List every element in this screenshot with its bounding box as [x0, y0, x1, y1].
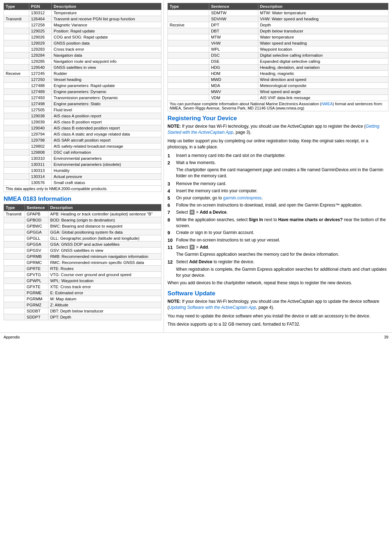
table-row: 129025Position: Rapid update: [4, 28, 161, 34]
table-row: VDMAIS VHF data-link message: [168, 95, 388, 101]
table-row: TransmitGPAPBAPB: Heading or track contr…: [4, 211, 161, 217]
step-7: 7 Select + > Add a Device.: [167, 209, 388, 216]
table-row: MDAMeteorological composite: [168, 83, 388, 89]
nmea0183-table: Type Sentence Description TransmitGPAPBA…: [4, 204, 161, 320]
table-row: 129540GNSS satellites in view: [4, 65, 161, 71]
col-pgn-header: PGN: [29, 3, 52, 10]
software-para2: This device supports up to a 32 GB memor…: [167, 321, 388, 327]
register-note-para: NOTE: If your device has Wi-Fi technolog…: [167, 123, 388, 136]
plus-icon-11: +: [190, 245, 195, 250]
step-3: 3 Remove the memory card.: [167, 181, 388, 187]
table-row: ReceiveDPTDepth: [168, 22, 388, 28]
register-closing: When you add devices to the chartplotter…: [167, 280, 388, 286]
col-type-header2: Type: [4, 204, 25, 211]
table-row: 129794AIS class A static and voyage rela…: [4, 131, 161, 137]
table-row: 129285Navigation route and waypoint info: [4, 58, 161, 65]
table-row: 130310Environmental parameters: [4, 156, 161, 162]
col-sentence-header3: Sentence: [209, 3, 258, 10]
note-label: NOTE:: [167, 124, 181, 129]
table-row: GPGLLGLL: Geographic position (latitude …: [4, 235, 161, 241]
table-row: 129808DSC call information: [4, 149, 161, 156]
table-row: 129039AIS class B position report: [4, 119, 161, 125]
table-row: HDMHeading, magnetic: [168, 71, 388, 77]
table-row: 129284Navigation data: [4, 52, 161, 58]
table-row: DSEExpanded digital selective calling: [168, 58, 388, 65]
steps-container: 1 Insert a memory card into the card slo…: [167, 153, 388, 279]
step-11-sub: The Garmin Express application searches …: [176, 251, 388, 258]
software-note-para: NOTE: If your device has Wi-Fi technolog…: [167, 299, 388, 311]
col-type-header3: Type: [168, 3, 209, 10]
garmin-link[interactable]: garmin.com/express: [223, 195, 262, 200]
table-row: SDMTWMTW: Water temperature: [168, 10, 388, 16]
step-2-sub: The chartplotter opens the card manageme…: [176, 167, 388, 179]
table-row: Transmit126464Transmit and receive PGN l…: [4, 16, 161, 22]
col-desc-header2: Description: [48, 204, 161, 211]
table-row: MWVWind speed and angle: [168, 89, 388, 95]
software-heading: Software Update: [167, 290, 388, 297]
step-2: 2 Wait a few moments.: [167, 160, 388, 166]
table-row: 130576Small craft status: [4, 180, 161, 186]
col-desc-header: Description: [52, 3, 161, 10]
step-8: 8 While the application searches, select…: [167, 217, 388, 229]
table-row: MTWWater temperature: [168, 34, 388, 40]
page-footer: Appendix 39: [0, 332, 392, 341]
table-row: PGRMEE: Estimated error: [4, 290, 161, 296]
table-row: GPGSVGSV: GNSS satellites in view: [4, 248, 161, 254]
register-note-suffix: , page 3).: [233, 130, 252, 135]
table-row: 127505Fluid level: [4, 107, 161, 113]
step-6: 6 Follow the on-screen instructions to d…: [167, 202, 388, 209]
table-row: WPLWaypoint location: [168, 46, 388, 52]
step-12-sub: When registration is complete, the Garmi…: [176, 266, 388, 279]
table1-note: This data applies only to NMEA 2000-comp…: [4, 186, 161, 192]
table-row: 127250Vessel heading: [4, 77, 161, 83]
table-row: 127488Engine parameters: Rapid update: [4, 83, 161, 89]
table-row: GPBWCBWC: Bearing and distance to waypoi…: [4, 223, 161, 229]
table-row: SDDPTDPT: Depth: [4, 314, 161, 320]
step-11: 11 Select + > Add.: [167, 244, 388, 251]
table-row: HDGHeading, deviation, and variation: [168, 65, 388, 71]
register-note-text: If your device has Wi-Fi technology, you…: [181, 124, 366, 129]
nmea-link[interactable]: NMEA: [321, 102, 333, 106]
register-heading: Registering Your Device: [167, 115, 388, 122]
table-row: SDVHWVHW: Water speed and heading: [168, 16, 388, 22]
table-row: SDDBTDBT: Depth below transducer: [4, 308, 161, 314]
table-row: 127258Magnetic Variance: [4, 22, 161, 28]
software-note-label: NOTE:: [167, 299, 181, 304]
nmea0183-heading: NMEA 0183 Information: [4, 195, 161, 203]
table-row: GPRMCRMC: Recommended minimum specific G…: [4, 260, 161, 266]
register-para: Help us better support you by completing…: [167, 138, 388, 151]
nmea2000-table: Type PGN Description 130312TemperatureTr…: [4, 3, 161, 192]
software-link[interactable]: Updating Software with the ActiveCaptain…: [169, 305, 256, 310]
col-sentence-header2: Sentence: [25, 204, 48, 211]
col-type-header: Type: [4, 3, 29, 10]
table-row: 129026COG and SOG: Rapid update: [4, 34, 161, 40]
table-row: Receive127245Rudder: [4, 71, 161, 77]
col-desc-header3: Description: [258, 3, 388, 10]
right-column: Type Sentence Description SDMTWMTW: Wate…: [164, 0, 392, 332]
table-row: 130311Environmental parameters (obsolete…: [4, 162, 161, 168]
table-row: GPRTERTE: Routes: [4, 266, 161, 272]
software-note-suffix: , page 4).: [256, 305, 274, 310]
table-row: 127498Engine parameters: Static: [4, 101, 161, 107]
table-row: GPWPLWPL: Waypoint location: [4, 278, 161, 284]
table-row: 129283Cross track error: [4, 46, 161, 52]
step-10: 10 Follow the on-screen instructions to …: [167, 237, 388, 244]
table-row: PGRMMM: Map datum: [4, 296, 161, 302]
table-row: 129802AIS safety-related broadcast messa…: [4, 143, 161, 149]
table-row: 129798AIS SAR aircraft position report: [4, 137, 161, 143]
step-9: 9 Create or sign in to your Garmin accou…: [167, 230, 388, 236]
software-para1: You may need to update the device softwa…: [167, 313, 388, 319]
table-row: PGRMZZ: Altitude: [4, 302, 161, 308]
table-row: GPBODBOD: Bearing (origin to destination…: [4, 217, 161, 223]
table-row: 130314Actual pressure: [4, 174, 161, 180]
table-row: DSCDigital selective calling information: [168, 52, 388, 58]
table-row: DBTDepth below transducer: [168, 28, 388, 34]
step-5: 5 On your computer, go to garmin.com/exp…: [167, 195, 388, 202]
step-12: 12 Select Add Device to register the dev…: [167, 259, 388, 265]
footer-right: 39: [384, 335, 388, 339]
table-row: VHWWater speed and heading: [168, 40, 388, 46]
plus-icon-7: +: [190, 210, 195, 215]
table-row: 127489Engine parameters: Dynamic: [4, 89, 161, 95]
table3-note: You can purchase complete information ab…: [168, 101, 388, 111]
table-row: 129029GNSS position data: [4, 40, 161, 46]
